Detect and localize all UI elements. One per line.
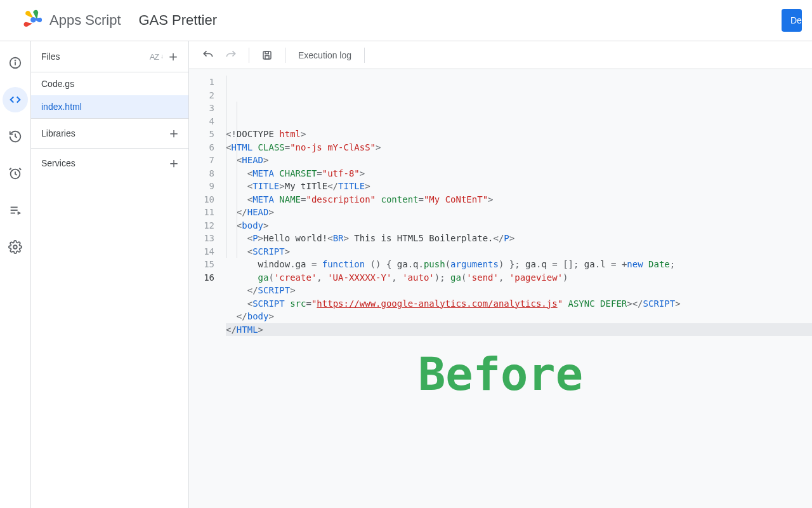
line-number: 15	[189, 258, 214, 271]
gear-icon	[8, 240, 22, 254]
product-name: Apps Script	[49, 12, 121, 29]
plus-icon: ＋	[167, 126, 181, 140]
overlay-label: Before	[418, 368, 583, 381]
code-line[interactable]: </SCRIPT>	[226, 284, 812, 297]
sort-files-button[interactable]: AZ	[147, 49, 162, 64]
toolbar-separator	[249, 48, 249, 63]
plus-icon: ＋	[166, 50, 180, 64]
libraries-label: Libraries	[41, 128, 167, 138]
rail-history[interactable]	[3, 124, 28, 149]
services-section[interactable]: Services ＋	[31, 148, 188, 178]
rail-overview[interactable]	[3, 50, 28, 76]
svg-line-6	[19, 168, 21, 170]
line-number: 3	[189, 102, 214, 115]
line-number: 5	[189, 128, 214, 141]
line-number: 12	[189, 219, 214, 232]
line-numbers: 12345678910111213141516	[189, 69, 221, 508]
deploy-button[interactable]: Deploy	[782, 9, 802, 32]
save-button[interactable]	[258, 46, 276, 64]
apps-script-logo-icon	[22, 10, 43, 31]
file-item[interactable]: index.html	[31, 95, 188, 118]
svg-rect-12	[265, 55, 269, 58]
line-number: 8	[189, 167, 214, 180]
header: Apps Script GAS Prettier Deploy	[0, 0, 812, 41]
svg-point-3	[15, 60, 16, 61]
editor-toolbar: Execution log	[189, 41, 812, 69]
files-header: Files AZ ＋	[31, 41, 188, 72]
sidebar: Files AZ ＋ Code.gsindex.html Libraries ＋…	[30, 41, 189, 508]
files-label: Files	[41, 51, 147, 62]
editor-area: Execution log 12345678910111213141516 <!…	[189, 41, 812, 508]
code-line[interactable]: </HTML>	[226, 323, 812, 337]
svg-rect-13	[265, 51, 268, 54]
toolbar-separator	[285, 48, 285, 63]
code-line[interactable]: ga('create', 'UA-XXXXX-Y', 'auto'); ga('…	[226, 271, 812, 284]
execution-log-button[interactable]: Execution log	[294, 50, 355, 60]
rail-settings[interactable]	[3, 234, 28, 260]
add-file-button[interactable]: ＋	[166, 49, 181, 64]
line-number: 11	[189, 206, 214, 219]
rail-editor[interactable]	[3, 87, 28, 112]
line-number: 13	[189, 232, 214, 245]
undo-button[interactable]	[199, 46, 217, 64]
code-line[interactable]: <HEAD>	[226, 154, 812, 167]
save-icon	[261, 50, 273, 61]
plus-icon: ＋	[167, 156, 181, 170]
file-list: Code.gsindex.html	[31, 72, 188, 118]
code-line[interactable]: <HTML CLASS="no-js mY-ClAsS">	[226, 141, 812, 154]
svg-point-0	[30, 17, 36, 22]
code-line[interactable]: <SCRIPT src="https://www.google-analytic…	[226, 297, 812, 311]
line-number: 7	[189, 154, 214, 167]
undo-icon	[202, 49, 214, 62]
svg-point-10	[13, 245, 17, 249]
file-item[interactable]: Code.gs	[31, 72, 188, 95]
code-content[interactable]: <!DOCTYPE html><HTML CLASS="no-js mY-ClA…	[221, 69, 812, 508]
line-number: 6	[189, 141, 214, 154]
code-line[interactable]: <TITLE>My tITlE</TITLE>	[226, 180, 812, 193]
code-icon	[8, 93, 22, 107]
code-line[interactable]: <SCRIPT>	[226, 245, 812, 258]
left-rail	[0, 41, 30, 508]
rail-executions[interactable]	[3, 197, 28, 223]
line-number: 9	[189, 180, 214, 193]
rail-triggers[interactable]	[3, 161, 28, 186]
alarm-icon	[8, 166, 22, 180]
info-icon	[8, 56, 22, 70]
history-icon	[8, 130, 22, 144]
line-number: 16	[189, 271, 214, 284]
code-line[interactable]: <body>	[226, 219, 812, 232]
code-line[interactable]: window.ga = function () { ga.q.push(argu…	[226, 258, 812, 271]
code-line[interactable]: <META NAME="description" content="My CoN…	[226, 193, 812, 206]
code-line[interactable]: </body>	[226, 310, 812, 323]
svg-line-5	[10, 168, 11, 170]
redo-button[interactable]	[222, 46, 240, 64]
code-line[interactable]: <META CHARSET="utf-8">	[226, 167, 812, 180]
code-editor[interactable]: 12345678910111213141516 <!DOCTYPE html><…	[189, 69, 812, 508]
indent-guide	[237, 102, 237, 258]
code-line[interactable]: </HEAD>	[226, 206, 812, 219]
code-line[interactable]: <!DOCTYPE html>	[226, 128, 812, 141]
line-number: 4	[189, 115, 214, 128]
line-number: 10	[189, 193, 214, 206]
line-number: 14	[189, 245, 214, 258]
libraries-section[interactable]: Libraries ＋	[31, 118, 188, 148]
product-logo[interactable]: Apps Script	[22, 10, 121, 31]
execution-log-icon	[8, 203, 22, 217]
indent-guide	[226, 76, 226, 258]
redo-icon	[225, 49, 237, 62]
line-number: 2	[189, 89, 214, 102]
code-line[interactable]: <P>Hello world!<BR> This is HTML5 Boiler…	[226, 232, 812, 245]
services-label: Services	[41, 158, 167, 168]
toolbar-separator	[364, 48, 365, 63]
line-number: 1	[189, 76, 214, 89]
project-title[interactable]: GAS Prettier	[139, 12, 217, 29]
